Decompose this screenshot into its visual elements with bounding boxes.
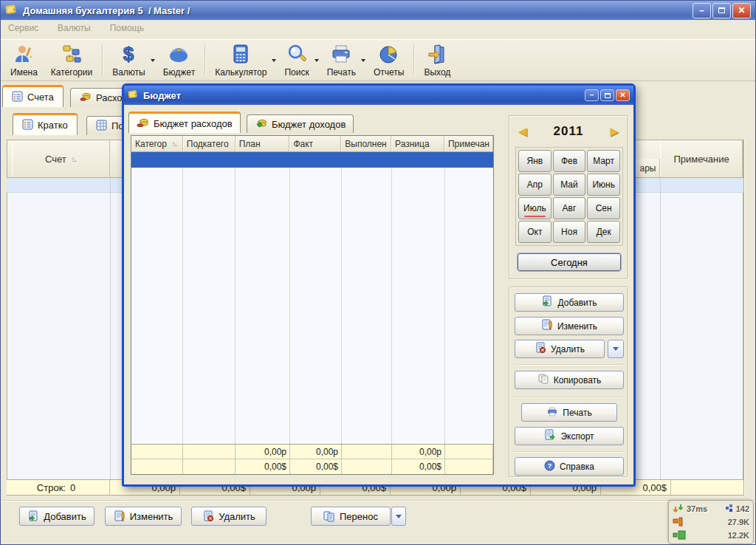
help-icon: ? [544, 460, 555, 473]
month-grid: Янв Фев Март Апр Май Июнь Июль Авг Сен О… [515, 147, 623, 246]
column-divider [110, 193, 111, 479]
minimize-button[interactable]: – [693, 3, 711, 18]
column-header-account[interactable]: Счет ◺ [12, 140, 110, 177]
dialog-add-button[interactable]: Добавить [515, 293, 624, 312]
chevron-down-icon [396, 515, 402, 518]
column-header-fact[interactable]: Факт [289, 136, 341, 151]
previous-year-arrow[interactable]: ◀ [518, 125, 527, 138]
dialog-minimize-button[interactable]: – [585, 89, 599, 101]
toolbar-calculator-dropdown[interactable] [270, 41, 278, 79]
categories-icon [61, 43, 83, 65]
toolbar-categories[interactable]: Категории [44, 41, 99, 79]
menu-service[interactable]: Сервис [8, 23, 38, 33]
scrollbar-track[interactable] [743, 140, 752, 496]
month-dec[interactable]: Дек [587, 221, 620, 243]
month-nov[interactable]: Ноя [553, 221, 586, 243]
app-window: Домашняя бухгалтерия 5 / Master / – ✕ Се… [0, 0, 756, 545]
transfer-dropdown-button[interactable] [391, 507, 406, 526]
subtab-brief[interactable]: Кратко [13, 113, 78, 135]
dialog-close-button[interactable]: ✕ [616, 89, 630, 101]
restore-button[interactable] [712, 3, 731, 18]
total-cell-empty [671, 480, 743, 495]
toolbar-currencies[interactable]: $ Валюты [106, 41, 152, 79]
menu-help[interactable]: Помощь [110, 23, 144, 33]
toolbar-exit[interactable]: Выход [417, 41, 457, 79]
today-button[interactable]: Сегодня [518, 253, 621, 271]
tab-expense-budget[interactable]: Бюджет расходов [128, 112, 241, 133]
coins-plus-icon [255, 118, 267, 131]
dialog-client-area: Бюджет расходов Бюджет доходов Категор◺ … [124, 105, 633, 484]
dialog-export-button[interactable]: Экспорт [515, 427, 624, 445]
add-button[interactable]: Добавить [19, 507, 94, 526]
doc-delete-icon [202, 510, 214, 522]
month-aug[interactable]: Авг [553, 197, 586, 219]
menu-currencies[interactable]: Валюты [58, 23, 91, 33]
month-may[interactable]: Май [553, 174, 586, 196]
maximize-icon [605, 93, 611, 98]
month-feb[interactable]: Фев [553, 150, 586, 172]
toolbar-budget[interactable]: Бюджет [157, 41, 202, 79]
budget-table-body[interactable] [131, 168, 493, 444]
toolbar-print[interactable]: Печать [320, 41, 362, 79]
dialog-delete-dropdown-button[interactable] [608, 340, 624, 358]
column-header-note[interactable]: Примечание [660, 140, 743, 177]
wallet-icon [5, 4, 18, 18]
next-year-arrow[interactable]: ▶ [610, 125, 619, 138]
column-header-plan[interactable]: План [236, 136, 290, 151]
column-header-note[interactable]: Примечан [444, 136, 493, 151]
toolbar-search-dropdown[interactable] [313, 41, 320, 79]
dialog-delete-button[interactable]: Удалить [515, 340, 605, 358]
dialog-print-button[interactable]: Печать [521, 403, 617, 422]
month-mar[interactable]: Март [587, 150, 620, 172]
dialog-maximize-button[interactable] [600, 89, 614, 101]
toolbar-search[interactable]: Поиск [278, 41, 315, 79]
dialog-copy-button[interactable]: Копировать [515, 371, 624, 389]
tray-row: 12.2K [673, 529, 749, 541]
month-sep[interactable]: Сен [587, 197, 620, 219]
chevron-down-icon [315, 59, 319, 62]
month-jul[interactable]: Июль [518, 197, 551, 219]
toolbar-names[interactable]: Имена [4, 41, 44, 79]
copy-icon [537, 373, 549, 387]
doc-add-icon [27, 510, 39, 522]
rows-count: Строк: 0 [7, 480, 110, 495]
toolbar-separator [205, 45, 205, 75]
totals-row-rub: 0,00р 0,00р 0,00р [131, 445, 493, 459]
tab-accounts[interactable]: Счета [2, 85, 63, 107]
budget-selected-row[interactable] [131, 152, 493, 168]
month-oct[interactable]: Окт [518, 221, 551, 243]
column-header-category[interactable]: Категор◺ [131, 136, 183, 151]
delete-button[interactable]: Удалить [191, 507, 267, 526]
separator [514, 364, 623, 366]
column-header-completed[interactable]: Выполнен [341, 136, 391, 151]
budget-table: Категор◺ Подкатего План Факт Выполнен Ра… [131, 135, 494, 475]
edit-button[interactable]: Изменить [105, 507, 182, 526]
doc-edit-icon [114, 510, 126, 522]
dialog-controls: – ✕ [585, 89, 630, 101]
person-icon [13, 43, 35, 65]
toolbar-separator [413, 45, 414, 75]
close-button[interactable]: ✕ [732, 3, 751, 18]
dialog-edit-button[interactable]: Изменить [515, 317, 624, 335]
column-header-difference[interactable]: Разница [391, 136, 444, 151]
budget-dialog: Бюджет – ✕ Бюджет расходов Бюджет доходо… [122, 83, 636, 487]
dialog-help-button[interactable]: ? Справка [515, 457, 624, 476]
list-icon [12, 91, 23, 104]
month-apr[interactable]: Апр [518, 174, 551, 196]
column-header-subcategory[interactable]: Подкатего [183, 136, 236, 151]
coins-icon [80, 92, 92, 104]
toolbar-print-dropdown[interactable] [360, 41, 367, 79]
toolbar-reports[interactable]: Отчеты [367, 41, 410, 79]
toolbar-calculator[interactable]: Калькулятор [208, 41, 273, 79]
transfer-button[interactable]: Перенос [311, 507, 391, 526]
doc-edit-icon [541, 319, 553, 333]
column-divider [660, 193, 661, 479]
tab-income-budget[interactable]: Бюджет доходов [247, 114, 354, 133]
month-jan[interactable]: Янв [518, 150, 551, 172]
month-jun[interactable]: Июнь [587, 174, 620, 196]
transfer-icon [323, 510, 335, 522]
column-header-dollars[interactable]: ары [636, 159, 660, 177]
green-bars-icon [673, 530, 686, 541]
restore-icon [718, 7, 725, 13]
toolbar-currencies-dropdown[interactable] [149, 41, 157, 79]
